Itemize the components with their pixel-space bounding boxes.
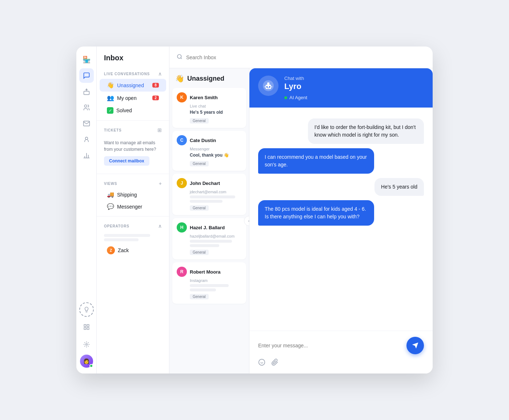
attachment-icon[interactable] xyxy=(271,359,278,368)
nav-shop-icon[interactable]: 🏪 xyxy=(79,52,94,67)
conv-placeholder-robert xyxy=(190,284,229,287)
nav-team-icon[interactable] xyxy=(79,132,94,147)
search-bar xyxy=(169,47,433,68)
solved-icon: ✓ xyxy=(107,107,113,114)
chat-bot-name: Lyro xyxy=(284,82,424,91)
user-avatar[interactable]: 👩 xyxy=(80,355,93,368)
nav-bulb-icon[interactable] xyxy=(79,302,94,317)
divider-3 xyxy=(97,216,169,217)
tickets-add[interactable]: ⊞ xyxy=(157,127,162,133)
my-open-badge: 2 xyxy=(152,96,159,100)
placeholder-line-2 xyxy=(104,238,139,241)
conv-avatar-karen: K xyxy=(177,92,187,102)
conv-items-list: K Karen Smith Live chat He's 5 years old… xyxy=(169,86,249,373)
live-conversations-label: LIVE CONVERSATIONS xyxy=(104,72,150,76)
nav-grid-icon[interactable] xyxy=(79,320,94,334)
svg-line-14 xyxy=(181,58,182,59)
live-conversations-section: LIVE CONVERSATIONS ∧ xyxy=(97,68,169,79)
conv-preview-cate: Cool, thank you 👋 xyxy=(190,153,242,158)
conv-tag-cate: General xyxy=(190,161,209,166)
operator-zack-name: Zack xyxy=(118,247,129,253)
unassigned-icon: 👋 xyxy=(107,82,114,89)
sidebar-item-unassigned[interactable]: 👋 Unassigned 8 xyxy=(100,79,166,92)
conv-name-cate: Cate Dustin xyxy=(190,138,242,143)
conv-list-header: 👋 Unassigned xyxy=(169,68,249,86)
svg-point-12 xyxy=(85,344,87,346)
conv-tag-john: General xyxy=(190,205,209,211)
conv-name-hazel: Hazel J. Ballard xyxy=(190,225,242,230)
chat-area: Chat with Lyro AI Agent I'd like to orde… xyxy=(249,68,433,373)
sidebar-item-messenger[interactable]: 💬 Messenger xyxy=(100,201,166,213)
conv-tag-hazel: General xyxy=(190,250,209,255)
ai-online-dot xyxy=(284,96,287,99)
conv-name-karen: Karen Smith xyxy=(190,95,242,100)
sidebar: Inbox LIVE CONVERSATIONS ∧ 👋 Unassigned … xyxy=(97,47,169,373)
ai-agent-label: AI Agent xyxy=(289,95,307,100)
sidebar-item-my-open[interactable]: 👥 My open 2 xyxy=(100,92,166,104)
connect-mailbox-button[interactable]: Connect mailbox xyxy=(104,156,149,166)
sidebar-item-solved[interactable]: ✓ Solved xyxy=(100,104,166,117)
shipping-icon: 🚚 xyxy=(107,191,114,198)
emoji-icon[interactable] xyxy=(258,359,265,368)
conv-item-hazel[interactable]: H Hazel J. Ballard hazeljballard@email.c… xyxy=(172,218,246,259)
search-input[interactable] xyxy=(186,54,425,60)
live-conversations-collapse[interactable]: ∧ xyxy=(158,71,162,77)
conv-placeholder-hazel xyxy=(190,240,232,243)
my-open-label: My open xyxy=(117,95,149,101)
conv-channel-robert: Instagram xyxy=(190,278,242,283)
chat-input[interactable] xyxy=(258,343,402,348)
conv-avatar-cate: C xyxy=(177,135,187,145)
conv-avatar-robert: R xyxy=(177,267,187,277)
svg-point-17 xyxy=(266,86,268,88)
conv-channel-cate: Messenger xyxy=(190,147,242,151)
conv-placeholder-john-2 xyxy=(190,200,223,203)
conv-item-robert[interactable]: R Robert Moora Instagram General xyxy=(172,262,246,304)
solved-label: Solved xyxy=(116,108,159,113)
operators-collapse[interactable]: ∧ xyxy=(158,223,162,229)
conv-channel-john: jdechart@email.com xyxy=(190,190,242,194)
conv-item-karen[interactable]: K Karen Smith Live chat He's 5 years old… xyxy=(172,88,246,128)
operator-zack[interactable]: Z Zack xyxy=(100,244,166,257)
views-section-header: VIEWS + xyxy=(97,178,169,189)
svg-rect-9 xyxy=(87,324,89,326)
operator-zack-avatar: Z xyxy=(107,246,115,254)
chat-header: Chat with Lyro AI Agent xyxy=(249,68,433,108)
nav-mail-icon[interactable] xyxy=(79,116,94,131)
nav-bot-icon[interactable] xyxy=(79,84,94,99)
message-4: The 80 pcs model is ideal for kids aged … xyxy=(258,200,374,226)
svg-point-2 xyxy=(84,105,87,108)
svg-point-13 xyxy=(177,54,181,58)
sidebar-item-shipping[interactable]: 🚚 Shipping xyxy=(100,189,166,201)
svg-point-24 xyxy=(259,359,265,366)
message-3: He's 5 years old xyxy=(374,178,424,196)
search-icon xyxy=(177,54,183,61)
views-add[interactable]: + xyxy=(159,181,162,186)
nav-inbox-icon[interactable] xyxy=(79,68,94,83)
online-indicator xyxy=(89,364,93,368)
chat-toolbar xyxy=(258,359,424,368)
conv-avatar-hazel: H xyxy=(177,222,187,233)
svg-point-18 xyxy=(269,86,270,88)
conversations-pane: 👋 Unassigned ‹ K Karen Smith Live chat H… xyxy=(169,68,433,373)
chat-subtitle: Chat with xyxy=(284,76,424,81)
nav-settings-icon[interactable] xyxy=(79,337,94,352)
send-button[interactable] xyxy=(406,337,424,354)
conv-header-emoji: 👋 xyxy=(175,74,184,83)
conv-item-cate[interactable]: C Cate Dustin Messenger Cool, thank you … xyxy=(172,131,246,171)
conversation-list-sidebar: 👋 Unassigned ‹ K Karen Smith Live chat H… xyxy=(169,68,249,373)
nav-chart-icon[interactable] xyxy=(79,148,94,163)
nav-contacts-icon[interactable] xyxy=(79,100,94,115)
messenger-label: Messenger xyxy=(117,204,142,210)
icon-nav: 🏪 xyxy=(76,47,97,373)
tickets-section-header: TICKETS ⊞ xyxy=(97,124,169,135)
conv-preview-karen: He's 5 years old xyxy=(190,110,242,115)
conv-placeholder-hazel-2 xyxy=(190,244,219,247)
shipping-label: Shipping xyxy=(117,192,137,198)
conv-tag-robert: General xyxy=(190,294,209,299)
app-wrapper: 🏪 xyxy=(76,47,433,373)
conv-item-john[interactable]: J John Dechart jdechart@email.com Genera… xyxy=(172,174,246,215)
main-content: 👋 Unassigned ‹ K Karen Smith Live chat H… xyxy=(169,47,433,373)
bot-avatar xyxy=(258,76,278,96)
my-open-icon: 👥 xyxy=(107,94,114,101)
message-1: I'd like to order the fort-building kit,… xyxy=(308,118,424,144)
